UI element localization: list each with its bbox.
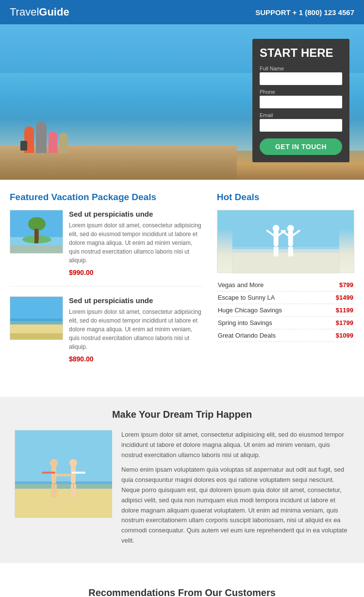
get-in-touch-button[interactable]: GET IN TOUCH <box>260 138 342 155</box>
luggage <box>20 141 27 151</box>
svg-rect-17 <box>273 247 276 256</box>
svg-rect-13 <box>273 230 278 247</box>
hot-deals-image <box>217 210 354 273</box>
svg-rect-36 <box>71 484 73 497</box>
svg-rect-23 <box>288 247 290 256</box>
svg-rect-37 <box>74 484 76 497</box>
phone-input[interactable] <box>260 96 342 108</box>
main-content: Featured Vacation Package Deals Sed u <box>0 180 364 597</box>
featured-deals-col: Featured Vacation Package Deals Sed u <box>10 192 202 382</box>
svg-rect-30 <box>42 472 55 474</box>
recommendations-section: Recommendations From Our Customers " Lor… <box>10 578 354 597</box>
svg-rect-5 <box>10 245 63 254</box>
hot-deal-price-2: $1199 <box>323 304 355 317</box>
featured-thumb-1 <box>10 210 63 254</box>
hot-deal-row-3: Spring into Savings$1799 <box>217 317 354 329</box>
svg-rect-27 <box>15 481 112 489</box>
dream-para2: Nemo enim ipsam voluptatem quia voluptas… <box>121 465 349 546</box>
hot-deals-col: Hot Deals <box>217 192 354 382</box>
site-logo: TravelGuide <box>10 6 69 18</box>
support-number: SUPPORT + 1 (800) 123 4567 <box>255 8 354 17</box>
svg-rect-32 <box>54 484 57 497</box>
svg-point-4 <box>28 217 46 231</box>
dream-text: Lorem ipsum dolor sit amet, consectetur … <box>121 430 349 551</box>
svg-rect-19 <box>288 230 293 247</box>
hot-deal-row-2: Huge Chicago Savings$1199 <box>217 304 354 317</box>
dream-title: Make Your Dream Trip Happen <box>15 409 349 420</box>
full-name-label: Full Name <box>260 66 342 71</box>
svg-point-14 <box>272 225 279 232</box>
svg-rect-11 <box>232 249 339 273</box>
hot-deals-title: Hot Deals <box>217 192 354 203</box>
recommendations-title: Recommendations From Our Customers <box>10 587 354 597</box>
hot-deal-name-1: Escape to Sunny LA <box>217 291 323 304</box>
dream-image <box>15 430 112 517</box>
logo-brand: Travel <box>10 6 39 18</box>
svg-point-20 <box>287 225 294 232</box>
hot-deal-price-3: $1799 <box>323 317 355 329</box>
featured-item-1-price: $990.00 <box>69 269 202 276</box>
thumb1-svg <box>10 210 63 254</box>
featured-item-2-price: $890.00 <box>69 355 202 363</box>
svg-rect-28 <box>51 464 56 484</box>
svg-point-34 <box>69 459 77 467</box>
svg-rect-35 <box>72 472 85 474</box>
dream-para1: Lorem ipsum dolor sit amet, consectetur … <box>121 430 349 460</box>
hot-deal-name-3: Spring into Savings <box>217 317 323 329</box>
full-name-input[interactable] <box>260 72 342 85</box>
svg-point-29 <box>50 459 58 467</box>
deals-section: Featured Vacation Package Deals Sed u <box>10 192 354 382</box>
hero-section: START HERE Full Name Phone Email GET IN … <box>0 24 364 180</box>
featured-item-2-desc: Lorem ipsum dolor sit amet, consectetur … <box>69 307 202 351</box>
hot-deal-price-0: $799 <box>323 279 355 291</box>
hot-deal-name-0: Vegas and More <box>217 279 323 291</box>
featured-info-1: Sed ut perspiciatis unde Lorem ipsum dol… <box>69 210 202 276</box>
person4 <box>59 133 68 153</box>
form-title: START HERE <box>260 46 342 60</box>
hot-deal-row-1: Escape to Sunny LA$1499 <box>217 291 354 304</box>
thumb2-svg <box>10 297 63 340</box>
svg-rect-8 <box>10 319 63 324</box>
phone-label: Phone <box>260 89 342 95</box>
hot-deals-table: Vegas and More$799Escape to Sunny LA$149… <box>217 279 354 342</box>
dream-svg <box>15 430 112 518</box>
svg-rect-33 <box>71 464 76 484</box>
hot-deal-price-1: $1499 <box>323 291 355 304</box>
svg-rect-24 <box>290 247 293 256</box>
contact-form: START HERE Full Name Phone Email GET IN … <box>252 39 349 162</box>
svg-rect-18 <box>276 247 278 256</box>
featured-item-1: Sed ut perspiciatis unde Lorem ipsum dol… <box>10 210 202 287</box>
featured-item-1-title: Sed ut perspiciatis unde <box>69 210 202 218</box>
logo-highlight: Guide <box>39 6 69 18</box>
featured-item-2-title: Sed ut perspiciatis unde <box>69 296 202 305</box>
email-input[interactable] <box>260 119 342 132</box>
dream-inner: Lorem ipsum dolor sit amet, consectetur … <box>15 430 349 551</box>
svg-rect-26 <box>15 484 112 518</box>
svg-point-2 <box>22 236 51 243</box>
svg-rect-12 <box>232 247 339 253</box>
featured-title: Featured Vacation Package Deals <box>10 192 202 203</box>
hot-deal-name-2: Huge Chicago Savings <box>217 304 323 317</box>
hot-deal-price-4: $1099 <box>323 329 355 342</box>
dream-section: Make Your Dream Trip Happen <box>0 397 364 563</box>
featured-thumb-2 <box>10 296 63 340</box>
featured-info-2: Sed ut perspiciatis unde Lorem ipsum dol… <box>69 296 202 363</box>
hot-deal-row-4: Great Orlando Deals$1099 <box>217 329 354 342</box>
featured-item-1-desc: Lorem ipsum dolor sit amet, consectetur … <box>69 221 202 265</box>
person3 <box>49 131 57 153</box>
email-label: Email <box>260 112 342 118</box>
hot-deal-name-4: Great Orlando Deals <box>217 329 323 342</box>
svg-rect-9 <box>10 333 63 340</box>
svg-rect-31 <box>51 484 54 497</box>
person2 <box>36 121 47 153</box>
hot-deals-svg <box>217 210 354 273</box>
hero-people <box>24 121 68 153</box>
site-header: TravelGuide SUPPORT + 1 (800) 123 4567 <box>0 0 364 24</box>
featured-item-2: Sed ut perspiciatis unde Lorem ipsum dol… <box>10 296 202 373</box>
hot-deal-row-0: Vegas and More$799 <box>217 279 354 291</box>
